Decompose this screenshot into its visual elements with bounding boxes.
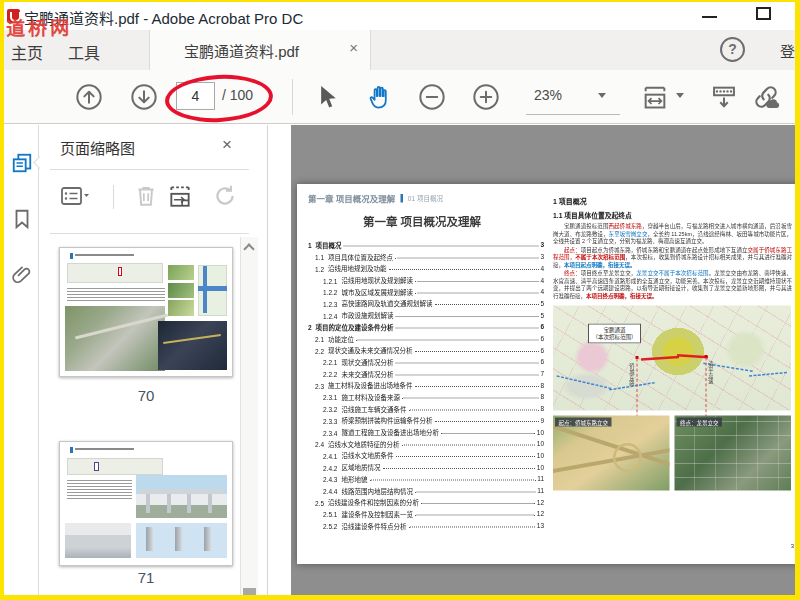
toc-entry: 2项目的定位及建设条件分析6: [308, 320, 544, 332]
acrobat-window: 宝鹏通道资料.pdf - Adobe Acrobat Pro DC 道桥网 主页…: [4, 2, 795, 595]
maximize-button[interactable]: [756, 7, 771, 20]
delete-pages-icon[interactable]: [133, 183, 159, 209]
tab-bar: 主页 工具 宝鹏通道资料.pdf × ? 登录: [4, 30, 795, 70]
body-area: 页面缩略图 ×: [4, 125, 795, 595]
hand-tool-icon[interactable]: [367, 83, 395, 111]
article-paragraph-3: 终点：项目终点至龙景立交，龙景立交不属于本次招标范围。龙景立交由布龙路、南坪快速…: [553, 270, 792, 300]
document-tab-label: 宝鹏通道资料.pdf: [184, 40, 299, 61]
toc-entry: 1项目概况3: [308, 238, 544, 250]
running-header-section: 01 项目概况: [408, 194, 443, 204]
navigation-rail: [4, 125, 39, 595]
toc-entry: 2.4.2区域地质情况10: [308, 460, 544, 472]
fit-dropdown-caret-icon[interactable]: [676, 93, 684, 98]
end-interchange-photo: 终点：龙景立交: [675, 416, 792, 491]
thumbnail-label-71: 71: [59, 569, 233, 586]
map-callout-line1: 宝鹏通道: [593, 326, 637, 334]
attachments-icon[interactable]: [11, 263, 33, 287]
pdf-page-number: 3: [791, 542, 794, 549]
running-header-chapter: 第一章 项目概况及理解: [308, 192, 395, 205]
end-photo-caption: 终点：龙景立交: [677, 418, 723, 427]
watermark-text: 道桥网: [6, 12, 72, 40]
toc-entry: 2.4沿线水文地质特征的分析10: [308, 437, 544, 449]
tab-home[interactable]: 主页: [11, 40, 43, 64]
panel-splitter[interactable]: [269, 125, 291, 595]
title-bar: 宝鹏通道资料.pdf - Adobe Acrobat Pro DC: [4, 2, 795, 30]
toc-entry: 1.2.2城市及区域发展规划解读4: [308, 285, 544, 297]
toc-entry: 2.3.2沿线施工车辆交通条件8: [308, 402, 544, 414]
pdf-page: 第一章 项目概况及理解 01 项目概况 第一章 项目概况及理解 1项目概况31.…: [297, 184, 795, 564]
toc-entry: 2.3施工材料及设备进出场地条件8: [308, 378, 544, 390]
toc-entry: 2.3.1施工材料及设备来源8: [308, 390, 544, 402]
minimize-button[interactable]: [702, 16, 717, 18]
map-road-label-right: 清平高速: [707, 362, 715, 385]
chapter-title: 第一章 项目概况及理解: [297, 212, 547, 229]
panel-title: 页面缩略图: [60, 137, 135, 158]
bookmarks-icon[interactable]: [11, 207, 33, 231]
document-tab[interactable]: 宝鹏通道资料.pdf ×: [149, 30, 371, 70]
article-paragraph-1: 宝鹏通道投标范围西起侨城东路，穿越半台山后，与福龙路相交进入城市横向通道，后沿坂…: [553, 223, 792, 246]
help-icon[interactable]: ?: [720, 37, 745, 62]
toc-entry: 2.5沿线建设条件和控制因素的分析12: [308, 495, 544, 507]
previous-page-button[interactable]: [75, 83, 103, 111]
photos-row: 起点：侨城东路立交 终点：龙景立交: [553, 416, 792, 491]
toc-entry: 2.3.4隧道工程施工及设备进出场地分析10: [308, 425, 544, 437]
toc-entry: 2.5.1建设条件及控制因素一览12: [308, 507, 544, 519]
panel-close-icon[interactable]: ×: [222, 135, 232, 155]
article-column: 1 项目概况 1.1 项目具体位置及起终点 宝鹏通道投标范围西起侨城东路，穿越半…: [553, 196, 792, 491]
toc-entry: 2.1功能定位6: [308, 332, 544, 344]
article-heading-1: 1 项目概况: [553, 196, 792, 206]
toc-entry: 1.2.1沿线用地现状及规划解读4: [308, 273, 544, 285]
share-link-icon[interactable]: [752, 83, 780, 111]
login-link[interactable]: 登录: [780, 40, 795, 61]
page-total-label: / 100: [222, 87, 253, 103]
toc-entry: 1.2.3高快速路网及轨道交通规划解读5: [308, 296, 544, 308]
document-area: 第一章 项目概况及理解 01 项目概况 第一章 项目概况及理解 1项目概况31.…: [291, 125, 795, 595]
map-dashed-line-left: [637, 359, 638, 423]
zoom-in-button[interactable]: [472, 83, 500, 111]
table-of-contents: 1项目概况31.1项目具体位置及起终点31.2沿线用地规划及功能41.2.1沿线…: [308, 238, 544, 530]
zoom-out-button[interactable]: [418, 83, 446, 111]
toolbar-panel-toggle-icon[interactable]: [710, 83, 738, 111]
toolbar-separator: [292, 79, 293, 115]
scrollbar-thumb[interactable]: [243, 588, 256, 595]
running-header-divider: [400, 194, 403, 203]
location-map-image: 宝鹏通道 （本次招标范围） 侨城东路 清平高速: [553, 306, 791, 411]
map-callout-line2: （本次招标范围）: [593, 334, 637, 342]
fit-width-button[interactable]: [641, 83, 669, 111]
tab-tools[interactable]: 工具: [68, 40, 100, 64]
toc-entry: 2.5.2沿线建设条件特点分析13: [308, 519, 544, 531]
toc-entry: 1.2.4市政设施规划解读5: [308, 308, 544, 320]
document-tab-close-icon[interactable]: ×: [349, 39, 358, 56]
toc-entry: 2.4.1沿线水文地质条件10: [308, 449, 544, 461]
zoom-dropdown-caret-icon[interactable]: [598, 93, 606, 98]
location-map: 宝鹏通道 （本次招标范围） 侨城东路 清平高速: [553, 306, 791, 411]
toc-entry: 1.2沿线用地规划及功能4: [308, 261, 544, 273]
page-thumbnails-icon[interactable]: [11, 151, 33, 175]
thumbnail-label-70: 70: [59, 387, 233, 404]
screenshot-frame: 宝鹏通道资料.pdf - Adobe Acrobat Pro DC 道桥网 主页…: [0, 0, 800, 600]
toc-entry: 2.3.3桥梁预制拼装构件运输条件分析9: [308, 413, 544, 425]
start-photo-caption: 起点：侨城东路立交: [555, 418, 612, 427]
page-number-input[interactable]: 4: [176, 82, 215, 110]
panel-scrollbar[interactable]: [240, 237, 258, 595]
start-interchange-photo: 起点：侨城东路立交: [553, 416, 670, 491]
thumbnails-panel: 页面缩略图 ×: [40, 125, 268, 595]
thumbnail-page-71[interactable]: [59, 441, 233, 566]
map-road-label-left: 侨城东路: [628, 364, 636, 387]
zoom-level-value[interactable]: 23%: [534, 87, 562, 103]
selection-tool-icon[interactable]: [313, 83, 341, 111]
scrollbar-up-arrow-icon[interactable]: [243, 243, 254, 254]
rotate-pages-icon[interactable]: [212, 183, 238, 209]
toc-entry: 2.2.2未来交通情况分析7: [308, 367, 544, 379]
thumbnail-options-icon[interactable]: [60, 183, 86, 209]
toc-entry: 2.2现状交通及未来交通情况分析6: [308, 343, 544, 355]
crop-pages-icon[interactable]: [167, 183, 193, 209]
thumbnail-page-70[interactable]: [59, 247, 233, 377]
toc-entry: 2.2.1现状交通情况分析6: [308, 355, 544, 367]
toc-entry: 2.4.3地形地貌11: [308, 472, 544, 484]
article-heading-1-1: 1.1 项目具体位置及起终点: [553, 210, 792, 220]
map-callout: 宝鹏通道 （本次招标范围）: [588, 324, 641, 344]
next-page-button[interactable]: [130, 83, 158, 111]
page-running-header: 第一章 项目概况及理解 01 项目概况: [308, 192, 443, 205]
main-toolbar: 4 / 100 23%: [4, 70, 795, 124]
